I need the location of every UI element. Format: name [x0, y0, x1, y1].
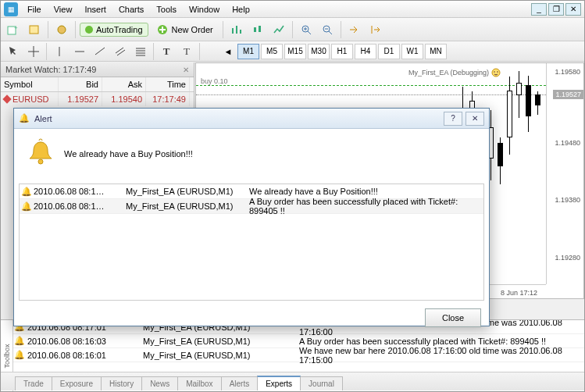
last-price-tag: 1.19527: [553, 90, 583, 99]
drawing-toolbar: T T ◄ M1 M5 M15 M30 H1 H4 D1 W1 MN: [1, 41, 584, 62]
fibonacci-button[interactable]: [131, 42, 150, 61]
crosshair-button[interactable]: [24, 42, 43, 61]
menu-tools[interactable]: Tools: [150, 2, 183, 16]
close-button[interactable]: ✕: [565, 3, 581, 16]
market-watch-header[interactable]: Market Watch: 17:17:49 ✕: [1, 62, 194, 77]
line-chart-button[interactable]: [269, 20, 288, 39]
svg-rect-6: [259, 26, 261, 32]
alert-row[interactable]: 🔔 2010.06.08 08:1… My_First_EA (EURUSD,M…: [20, 199, 483, 214]
tab-trade[interactable]: Trade: [15, 376, 52, 390]
time-value: 17:17:49: [146, 92, 190, 106]
autoscroll-button[interactable]: [345, 20, 364, 39]
col-bid[interactable]: Bid: [59, 77, 102, 91]
separator: [341, 21, 341, 38]
app-icon: ▦: [4, 2, 18, 16]
autotrading-button[interactable]: AutoTrading: [80, 23, 148, 37]
help-button[interactable]: ?: [444, 112, 462, 126]
symbol-name: EURUSD: [12, 94, 48, 104]
bell-icon: 🔔: [20, 201, 34, 212]
menu-view[interactable]: View: [48, 2, 79, 16]
tab-experts[interactable]: Experts: [257, 376, 301, 390]
chart-shift-button[interactable]: [366, 20, 385, 39]
plus-icon: [156, 23, 169, 36]
trendline-button[interactable]: [91, 42, 109, 61]
bar-chart-button[interactable]: [227, 20, 246, 39]
market-watch-toggle[interactable]: [52, 20, 71, 39]
tab-news[interactable]: News: [141, 376, 178, 390]
timeframe-h1[interactable]: H1: [331, 44, 353, 59]
timeframe-m5[interactable]: M5: [261, 44, 283, 59]
svg-point-3: [58, 26, 66, 34]
timeframe-step-left[interactable]: ◄: [220, 42, 236, 61]
market-watch-row[interactable]: EURUSD 1.19527 1.19540 17:17:49: [1, 92, 194, 106]
timeframe-mn[interactable]: MN: [425, 44, 447, 59]
separator: [223, 21, 223, 38]
menu-window[interactable]: Window: [183, 2, 226, 16]
tab-alerts[interactable]: Alerts: [221, 376, 259, 390]
play-icon: [85, 26, 93, 34]
text-button[interactable]: T: [177, 42, 196, 61]
dialog-message: We already have a Buy Position!!!: [64, 149, 193, 159]
main-toolbar: + AutoTrading New Order: [1, 18, 584, 41]
close-button[interactable]: Close: [425, 308, 481, 327]
separator: [75, 21, 76, 38]
zoom-in-button[interactable]: [297, 20, 316, 39]
cursor-button[interactable]: [4, 42, 23, 61]
col-ask[interactable]: Ask: [102, 77, 146, 91]
vertical-line-button[interactable]: [50, 42, 69, 61]
separator: [292, 21, 293, 38]
alert-history-grid: 🔔 2010.06.08 08:1… My_First_EA (EURUSD,M…: [19, 184, 484, 301]
bell-icon: 🔔: [13, 350, 26, 360]
bell-large-icon: [25, 138, 56, 169]
new-order-button[interactable]: New Order: [151, 20, 219, 39]
dialog-close-button[interactable]: ✕: [466, 112, 484, 126]
menu-file[interactable]: File: [21, 2, 48, 16]
separator: [153, 43, 154, 60]
col-time[interactable]: Time: [146, 77, 190, 91]
candlestick-button[interactable]: [248, 20, 267, 39]
tab-mailbox[interactable]: Mailbox: [177, 376, 221, 390]
ask-value: 1.19540: [102, 92, 146, 106]
tab-exposure[interactable]: Exposure: [52, 376, 102, 390]
panel-close-icon[interactable]: ✕: [183, 66, 189, 74]
dialog-titlebar[interactable]: 🔔 Alert ? ✕: [14, 109, 489, 129]
inner-window-controls: _ ❐ ✕: [531, 3, 584, 16]
y-axis: 1.19580 1.19527 1.19480 1.19380 1.19280: [546, 63, 583, 284]
bell-icon: 🔔: [19, 113, 30, 123]
svg-rect-2: [30, 26, 38, 34]
timeframe-w1[interactable]: W1: [401, 44, 423, 59]
dialog-title: Alert: [34, 114, 52, 123]
horizontal-line-button[interactable]: [70, 42, 89, 61]
profiles-button[interactable]: [25, 20, 44, 39]
timeframe-m1[interactable]: M1: [237, 44, 259, 59]
menu-bar: ▦ File View Insert Charts Tools Window H…: [1, 1, 584, 18]
timeframe-h4[interactable]: H4: [355, 44, 376, 59]
menu-charts[interactable]: Charts: [112, 2, 150, 16]
bell-icon: 🔔: [20, 187, 34, 197]
tab-journal[interactable]: Journal: [300, 376, 343, 390]
tab-history[interactable]: History: [101, 376, 142, 390]
symbol-diamond-icon: [2, 94, 11, 103]
col-symbol[interactable]: Symbol: [1, 77, 59, 91]
menu-help[interactable]: Help: [226, 2, 256, 16]
separator: [199, 43, 200, 60]
timeframe-d1[interactable]: D1: [378, 44, 400, 59]
buy-label: buy 0.10: [201, 77, 228, 85]
alert-dialog: 🔔 Alert ? ✕ We already have a Buy Positi…: [13, 108, 490, 326]
market-watch-columns: Symbol Bid Ask Time: [1, 77, 194, 92]
new-chart-button[interactable]: +: [4, 20, 23, 39]
svg-point-12: [38, 159, 43, 164]
log-row[interactable]: 🔔 2010.06.08 08:16:01 My_First_EA (EURUS…: [13, 348, 584, 362]
minimize-button[interactable]: _: [531, 3, 547, 16]
toolbox-tabs: Trade Exposure History News Mailbox Aler…: [1, 372, 584, 390]
equidistant-channel-button[interactable]: [111, 42, 130, 61]
bell-icon: 🔔: [13, 336, 26, 346]
market-watch-title: Market Watch: 17:17:49: [5, 65, 96, 74]
restore-button[interactable]: ❐: [548, 3, 564, 16]
zoom-out-button[interactable]: [318, 20, 337, 39]
menu-insert[interactable]: Insert: [78, 2, 112, 16]
text-label-button[interactable]: T: [157, 42, 176, 61]
timeframe-m15[interactable]: M15: [284, 44, 306, 59]
timeframe-m30[interactable]: M30: [308, 44, 330, 59]
svg-rect-5: [254, 27, 256, 32]
